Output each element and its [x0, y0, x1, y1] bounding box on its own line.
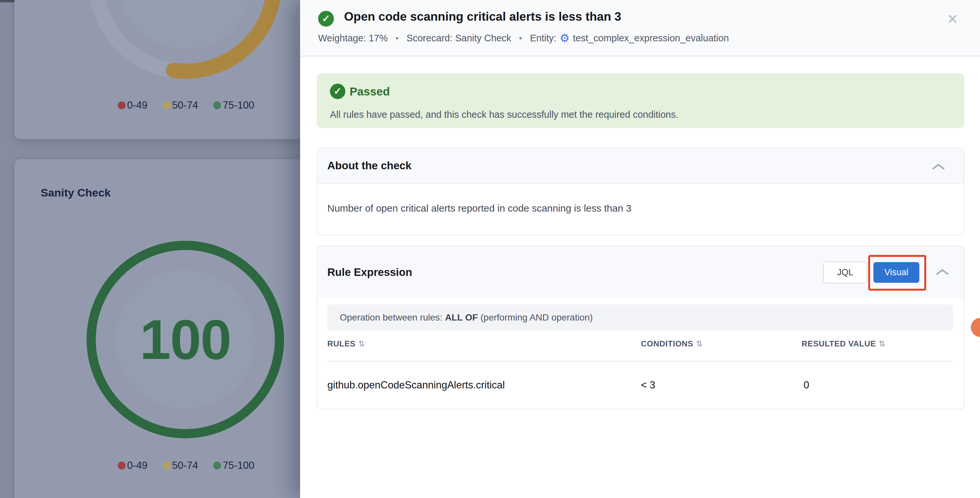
legend-label: 0-49	[127, 99, 148, 111]
scorecard-title: Sanity Check	[41, 186, 111, 199]
rule-card-header: Rule Expression JQL Visual	[318, 247, 964, 298]
legend-item: 0-49	[118, 460, 148, 471]
gauge-legend-top: 0-49 50-74 75-100	[14, 99, 300, 111]
legend-label: 75-100	[223, 460, 255, 471]
operation-between-rules-bar: Operation between rules: ALL OF (perform…	[327, 304, 953, 331]
legend-item: 75-100	[213, 460, 255, 471]
column-header-conditions[interactable]: CONDITIONS⇅	[641, 339, 703, 348]
about-check-card: About the check Number of open critical …	[317, 148, 964, 235]
legend-label: 50-74	[172, 460, 198, 471]
table-header-divider	[327, 361, 953, 361]
legend-dot-green	[213, 101, 221, 109]
bullet-separator-icon: •	[396, 33, 398, 43]
legend-dot-red	[118, 461, 126, 469]
rule-card-title: Rule Expression	[327, 266, 412, 278]
legend-label: 75-100	[223, 99, 255, 111]
sort-icon[interactable]: ⇅	[358, 339, 365, 348]
check-details-drawer: ✓ Open code scanning critical alerts is …	[300, 0, 980, 498]
dimmed-dashboard-background: 0-49 50-74 75-100 Sanity Check 100 0-49 …	[0, 0, 300, 498]
rule-expression-card: Rule Expression JQL Visual Operation bet…	[317, 246, 964, 409]
check-meta-row: Weightage: 17% • Scorecard: Sanity Check…	[318, 32, 729, 44]
status-description: All rules have passed, and this check ha…	[330, 109, 678, 120]
chevron-up-icon[interactable]	[935, 268, 949, 276]
entity-chip[interactable]: Entity: ⚙ test_complex_expression_evalua…	[530, 32, 729, 44]
about-card-title: About the check	[327, 159, 412, 172]
legend-item: 75-100	[213, 99, 255, 111]
legend-dot-yellow	[163, 101, 170, 109]
operation-text: Operation between rules: ALL OF (perform…	[340, 304, 593, 331]
column-header-rules[interactable]: RULES⇅	[327, 339, 365, 348]
scorecard-value: Scorecard: Sanity Check	[406, 33, 511, 44]
sort-icon[interactable]: ⇅	[879, 339, 886, 348]
entity-label: Entity:	[530, 33, 557, 44]
column-header-resulted-value[interactable]: RESULTED VALUE⇅	[802, 339, 885, 348]
sort-icon[interactable]: ⇅	[696, 339, 703, 348]
drawer-header: ✓ Open code scanning critical alerts is …	[300, 0, 980, 56]
check-passed-icon: ✓	[318, 11, 334, 27]
legend-item: 50-74	[163, 460, 198, 471]
status-banner-passed: ✓ Passed All rules have passed, and this…	[317, 73, 964, 128]
annotation-highlight-box	[868, 255, 926, 291]
legend-label: 50-74	[172, 99, 198, 111]
gauge-score-value: 100	[120, 309, 251, 371]
chevron-up-icon[interactable]	[931, 163, 945, 170]
table-cell-condition: < 3	[641, 379, 655, 391]
jql-toggle-button[interactable]: JQL	[823, 261, 867, 283]
gauge-legend-sanity: 0-49 50-74 75-100	[14, 460, 300, 471]
weightage-value: Weightage: 17%	[318, 33, 388, 44]
legend-item: 0-49	[118, 99, 148, 111]
check-title: Open code scanning critical alerts is le…	[344, 10, 621, 24]
check-passed-icon: ✓	[330, 84, 345, 99]
table-cell-resulted-value: 0	[803, 379, 809, 391]
close-icon[interactable]: ✕	[947, 11, 958, 27]
gear-icon: ⚙	[560, 32, 570, 44]
legend-dot-yellow	[163, 461, 170, 469]
legend-dot-green	[213, 461, 221, 469]
status-title: Passed	[350, 85, 390, 98]
bullet-separator-icon: •	[519, 33, 522, 43]
legend-dot-red	[118, 101, 126, 109]
legend-item: 50-74	[163, 99, 198, 111]
about-card-header[interactable]: About the check	[318, 148, 964, 184]
scorecard-card-top	[14, 0, 300, 139]
table-cell-rule: github.openCodeScanningAlerts.critical	[327, 379, 505, 391]
legend-label: 0-49	[127, 460, 148, 471]
about-card-description: Number of open critical alerts reported …	[327, 203, 632, 214]
entity-name: test_complex_expression_evaluation	[573, 33, 729, 44]
